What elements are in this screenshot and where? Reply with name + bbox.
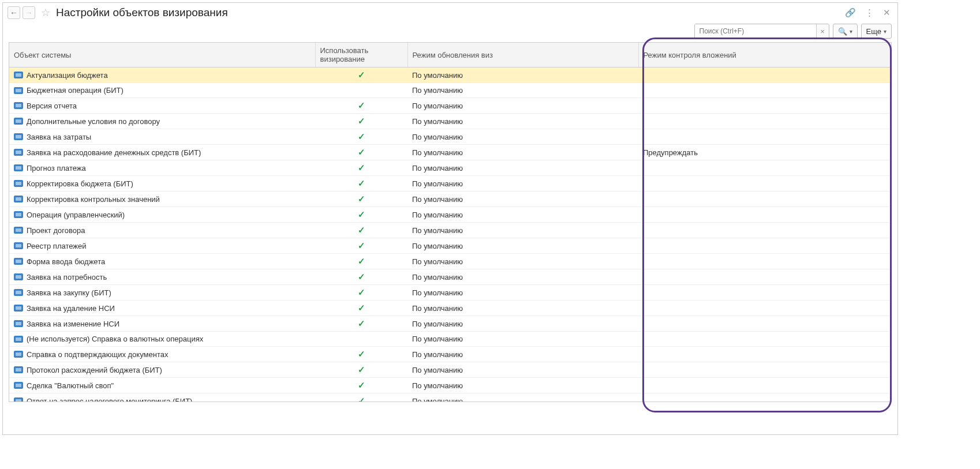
mode-cell[interactable]: По умолчанию — [407, 238, 638, 254]
use-cell[interactable]: ✓ — [315, 254, 407, 269]
mode-cell[interactable]: По умолчанию — [407, 362, 638, 378]
control-cell[interactable] — [638, 316, 891, 332]
mode-cell[interactable]: По умолчанию — [407, 332, 638, 347]
control-cell[interactable] — [638, 83, 891, 98]
mode-cell[interactable]: По умолчанию — [407, 223, 638, 238]
kebab-menu-icon[interactable]: ⋮ — [863, 6, 876, 19]
mode-cell[interactable]: По умолчанию — [407, 83, 638, 98]
mode-cell[interactable]: По умолчанию — [407, 393, 638, 403]
table-row[interactable]: Дополнительные условия по договору✓По ум… — [9, 114, 891, 129]
use-cell[interactable] — [315, 332, 407, 347]
table-row[interactable]: Справка о подтверждающих документах✓По у… — [9, 347, 891, 362]
use-cell[interactable]: ✓ — [315, 301, 407, 316]
table-row[interactable]: (Не используется) Справка о валютных опе… — [9, 332, 891, 347]
table-row[interactable]: Заявка на изменение НСИ✓По умолчанию — [9, 316, 891, 332]
table-row[interactable]: Заявка на потребность✓По умолчанию — [9, 269, 891, 285]
mode-cell[interactable]: По умолчанию — [407, 347, 638, 362]
control-cell[interactable] — [638, 223, 891, 238]
mode-cell[interactable]: По умолчанию — [407, 145, 638, 160]
table-row[interactable]: Заявка на затраты✓По умолчанию — [9, 129, 891, 145]
mode-cell[interactable]: По умолчанию — [407, 316, 638, 332]
mode-cell[interactable]: По умолчанию — [407, 378, 638, 393]
search-clear-button[interactable]: × — [816, 24, 829, 38]
control-cell[interactable] — [638, 176, 891, 192]
use-cell[interactable]: ✓ — [315, 129, 407, 145]
mode-cell[interactable]: По умолчанию — [407, 129, 638, 145]
table-row[interactable]: Заявка на закупку (БИТ)✓По умолчанию — [9, 285, 891, 301]
mode-cell[interactable]: По умолчанию — [407, 176, 638, 192]
more-button[interactable]: Еще ▾ — [861, 24, 892, 39]
table-row[interactable]: Форма ввода бюджета✓По умолчанию — [9, 254, 891, 269]
use-cell[interactable]: ✓ — [315, 98, 407, 114]
search-dropdown-button[interactable]: 🔍 ▾ — [833, 24, 858, 39]
mode-cell[interactable]: По умолчанию — [407, 254, 638, 269]
control-cell[interactable] — [638, 238, 891, 254]
mode-cell[interactable]: По умолчанию — [407, 98, 638, 114]
control-cell[interactable] — [638, 207, 891, 223]
column-header-use[interactable]: Использовать визирование — [315, 43, 407, 67]
control-cell[interactable] — [638, 362, 891, 378]
use-cell[interactable]: ✓ — [315, 160, 407, 176]
search-input[interactable] — [695, 24, 816, 38]
control-cell[interactable] — [638, 160, 891, 176]
control-cell[interactable] — [638, 67, 891, 83]
mode-cell[interactable]: По умолчанию — [407, 160, 638, 176]
mode-cell[interactable]: По умолчанию — [407, 192, 638, 207]
use-cell[interactable]: ✓ — [315, 207, 407, 223]
favorite-star-icon[interactable]: ☆ — [40, 7, 51, 18]
column-header-control[interactable]: Режим контроля вложений — [638, 43, 891, 67]
control-cell[interactable] — [638, 347, 891, 362]
table-row[interactable]: Проект договора✓По умолчанию — [9, 223, 891, 238]
link-icon[interactable]: 🔗 — [843, 6, 858, 19]
table-row[interactable]: Корректировка контрольных значений✓По ум… — [9, 192, 891, 207]
control-cell[interactable] — [638, 393, 891, 403]
control-cell[interactable] — [638, 301, 891, 316]
use-cell[interactable]: ✓ — [315, 67, 407, 83]
control-cell[interactable] — [638, 332, 891, 347]
mode-cell[interactable]: По умолчанию — [407, 301, 638, 316]
use-cell[interactable]: ✓ — [315, 223, 407, 238]
control-cell[interactable] — [638, 114, 891, 129]
mode-cell[interactable]: По умолчанию — [407, 114, 638, 129]
table-row[interactable]: Протокол расхождений бюджета (БИТ)✓По ум… — [9, 362, 891, 378]
use-cell[interactable]: ✓ — [315, 347, 407, 362]
table-row[interactable]: Бюджетная операция (БИТ)По умолчанию — [9, 83, 891, 98]
use-cell[interactable]: ✓ — [315, 378, 407, 393]
use-cell[interactable]: ✓ — [315, 114, 407, 129]
mode-cell[interactable]: По умолчанию — [407, 285, 638, 301]
use-cell[interactable] — [315, 83, 407, 98]
table-row[interactable]: Заявка на удаление НСИ✓По умолчанию — [9, 301, 891, 316]
table-row[interactable]: Корректировка бюджета (БИТ)✓По умолчанию — [9, 176, 891, 192]
table-row[interactable]: Актуализация бюджета✓По умолчанию — [9, 67, 891, 83]
control-cell[interactable] — [638, 192, 891, 207]
table-row[interactable]: Операция (управленческий)✓По умолчанию — [9, 207, 891, 223]
mode-cell[interactable]: По умолчанию — [407, 67, 638, 83]
use-cell[interactable]: ✓ — [315, 285, 407, 301]
control-cell[interactable] — [638, 129, 891, 145]
use-cell[interactable]: ✓ — [315, 269, 407, 285]
use-cell[interactable]: ✓ — [315, 362, 407, 378]
table-row[interactable]: Заявка на расходование денежных средств … — [9, 145, 891, 160]
mode-cell[interactable]: По умолчанию — [407, 207, 638, 223]
nav-back-button[interactable]: ← — [8, 6, 20, 19]
use-cell[interactable]: ✓ — [315, 238, 407, 254]
use-cell[interactable]: ✓ — [315, 393, 407, 403]
control-cell[interactable] — [638, 254, 891, 269]
mode-cell[interactable]: По умолчанию — [407, 269, 638, 285]
use-cell[interactable]: ✓ — [315, 192, 407, 207]
table-row[interactable]: Прогноз платежа✓По умолчанию — [9, 160, 891, 176]
use-cell[interactable]: ✓ — [315, 145, 407, 160]
use-cell[interactable]: ✓ — [315, 176, 407, 192]
control-cell[interactable] — [638, 378, 891, 393]
control-cell[interactable] — [638, 285, 891, 301]
use-cell[interactable]: ✓ — [315, 316, 407, 332]
table-row[interactable]: Реестр платежей✓По умолчанию — [9, 238, 891, 254]
table-row[interactable]: Сделка "Валютный своп"✓По умолчанию — [9, 378, 891, 393]
column-header-mode[interactable]: Режим обновления виз — [407, 43, 638, 67]
nav-forward-button[interactable]: → — [23, 6, 35, 19]
table-row[interactable]: Версия отчета✓По умолчанию — [9, 98, 891, 114]
column-header-object[interactable]: Объект системы — [9, 43, 315, 67]
table-row[interactable]: Ответ на запрос налогового мониторинга (… — [9, 393, 891, 403]
close-icon[interactable]: ✕ — [881, 6, 893, 19]
control-cell[interactable] — [638, 98, 891, 114]
